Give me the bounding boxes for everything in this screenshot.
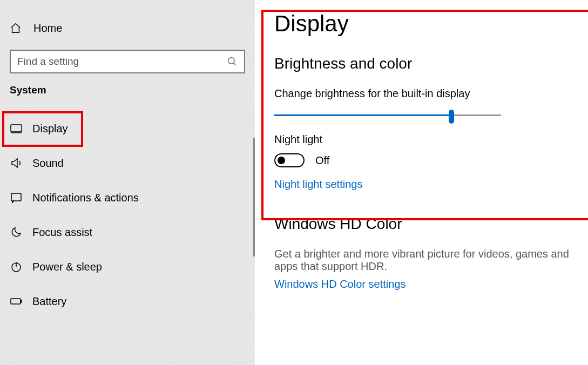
nav-item-power[interactable]: Power & sleep bbox=[0, 249, 255, 284]
home-button[interactable]: Home bbox=[0, 15, 255, 41]
power-icon bbox=[10, 260, 23, 273]
section-hdcolor-title: Windows HD Color bbox=[274, 215, 588, 233]
nav-label: Focus assist bbox=[32, 226, 92, 239]
sound-icon bbox=[10, 157, 23, 170]
search-icon bbox=[227, 56, 238, 67]
nav-list: Display Sound Notifications & actions Fo… bbox=[0, 111, 255, 319]
toggle-knob bbox=[278, 157, 285, 164]
nav-label: Battery bbox=[32, 295, 66, 308]
brightness-slider[interactable] bbox=[274, 107, 501, 124]
svg-rect-4 bbox=[11, 193, 21, 201]
slider-fill bbox=[274, 114, 451, 116]
section-brightness-title: Brightness and color bbox=[274, 55, 588, 72]
home-label: Home bbox=[33, 22, 62, 35]
svg-rect-2 bbox=[11, 125, 22, 132]
nav-label: Notifications & actions bbox=[32, 192, 139, 204]
hdcolor-settings-link[interactable]: Windows HD Color settings bbox=[274, 278, 405, 290]
svg-rect-7 bbox=[11, 299, 21, 304]
nav-item-sound[interactable]: Sound bbox=[0, 146, 255, 180]
nav-label: Power & sleep bbox=[32, 261, 102, 273]
brightness-label: Change brightness for the built-in displ… bbox=[274, 87, 588, 100]
main-content: Display Brightness and color Change brig… bbox=[255, 0, 588, 365]
nav-item-display[interactable]: Display bbox=[0, 111, 255, 146]
nav-label: Display bbox=[32, 123, 68, 135]
nav-item-notifications[interactable]: Notifications & actions bbox=[0, 180, 255, 215]
home-icon bbox=[10, 22, 22, 34]
search-field[interactable] bbox=[17, 56, 227, 67]
page-title: Display bbox=[274, 11, 588, 37]
nightlight-state: Off bbox=[315, 154, 329, 167]
search-input[interactable] bbox=[10, 50, 245, 73]
battery-icon bbox=[10, 295, 23, 308]
nav-item-focus[interactable]: Focus assist bbox=[0, 215, 255, 249]
svg-rect-8 bbox=[21, 300, 22, 302]
nav-item-battery[interactable]: Battery bbox=[0, 284, 255, 319]
nightlight-label: Night light bbox=[274, 133, 588, 146]
focus-icon bbox=[10, 226, 23, 239]
nightlight-settings-link[interactable]: Night light settings bbox=[274, 178, 362, 191]
slider-thumb[interactable] bbox=[449, 110, 454, 124]
hdcolor-description: Get a brighter and more vibrant picture … bbox=[274, 248, 588, 273]
svg-point-0 bbox=[228, 58, 235, 64]
nav-label: Sound bbox=[32, 157, 64, 170]
display-icon bbox=[10, 122, 23, 135]
svg-line-1 bbox=[234, 63, 236, 65]
category-title: System bbox=[0, 84, 255, 96]
nightlight-toggle[interactable] bbox=[274, 153, 305, 167]
notifications-icon bbox=[10, 191, 23, 204]
sidebar: Home System Display Sound bbox=[0, 0, 255, 365]
